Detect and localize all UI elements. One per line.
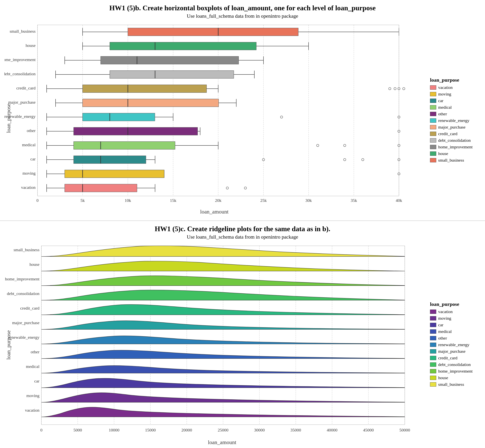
boxplot-subtitle: Use loans_full_schema data from in openi… <box>187 13 298 19</box>
rswatch-moving <box>430 316 436 320</box>
xtick-10k: 10k <box>125 198 131 203</box>
box-home_improvement <box>101 56 239 64</box>
swatch-credit_card <box>430 132 436 136</box>
ridgeline-chart-area: .axis-text { font-family: Georgia, serif… <box>4 242 481 446</box>
ylabel-major_purchase: major_purchase <box>8 100 36 105</box>
box-debt_consolidation <box>110 71 234 78</box>
ryabel-re: renewable_energy <box>8 335 39 340</box>
rswatch-renewable_energy <box>430 343 436 347</box>
ylabel-house: house <box>26 43 36 48</box>
label-renewable_energy: renewable_energy <box>438 118 469 123</box>
rswatch-other <box>430 336 436 340</box>
box-medical <box>74 142 175 149</box>
rlabel-renewable_energy: renewable_energy <box>438 342 469 347</box>
boxplot-xlabel: loan_amount <box>200 209 228 215</box>
ryabel-house: house <box>30 262 39 267</box>
label-home_improvement: home_improvement <box>438 144 473 150</box>
boxplot-legend: loan_purpose vacation moving car medical <box>426 21 481 219</box>
boxplot-plot: .axis-text { font-family: Georgia, serif… <box>4 21 426 219</box>
rlabel-debt_consolidation: debt_consolidation <box>438 362 471 367</box>
legend-item-other: other <box>430 112 479 116</box>
swatch-house <box>430 152 436 156</box>
ryabel-mp: major_purchase <box>12 320 40 325</box>
outlier-vacation-2 <box>244 187 247 189</box>
legend-item-medical: medical <box>430 105 479 110</box>
rswatch-car <box>430 323 436 327</box>
rxtick-35k: 35000 <box>290 428 301 432</box>
rxtick-20k: 20000 <box>181 428 192 432</box>
ylabel-vacation: vacation <box>21 185 36 190</box>
ylabel-medical: medical <box>22 142 36 147</box>
rxtick-25k: 25000 <box>218 428 228 432</box>
legend-item-home_improvement: home_improvement <box>430 144 479 150</box>
swatch-small_business <box>430 158 436 162</box>
rlabel-home_improvement: home_improvement <box>438 369 473 374</box>
label-other: other <box>438 112 447 116</box>
ridge-house <box>41 261 405 271</box>
ylabel-moving: moving <box>23 171 36 176</box>
swatch-medical <box>430 105 436 110</box>
xtick-25k: 25k <box>260 198 267 203</box>
rswatch-house <box>430 376 436 380</box>
ridgeline-plot: .axis-text { font-family: Georgia, serif… <box>4 242 426 446</box>
rlegend-item-medical: medical <box>430 329 479 334</box>
rswatch-small_business <box>430 382 436 387</box>
legend-item-vacation: vacation <box>430 85 479 90</box>
outlier-medical-2 <box>344 144 346 147</box>
rlabel-other: other <box>438 336 447 341</box>
outlier-cc-4 <box>403 88 405 90</box>
outlier-car-3 <box>362 159 364 161</box>
box-vacation <box>65 184 137 192</box>
xtick-20k: 20k <box>215 198 221 203</box>
rlegend-item-renewable_energy: renewable_energy <box>430 342 479 347</box>
ridgeline-svg: .axis-text { font-family: Georgia, serif… <box>4 242 413 446</box>
rlegend-item-small_business: small_business <box>430 382 479 387</box>
box-major_purchase <box>83 99 219 107</box>
xtick-30k: 30k <box>305 198 312 203</box>
outlier-re-1 <box>280 116 283 118</box>
ridgeline-subtitle: Use loans_full_schema data from in openi… <box>187 234 298 240</box>
rlabel-credit_card: credit_card <box>438 355 457 360</box>
boxplot-svg: .axis-text { font-family: Georgia, serif… <box>4 21 413 216</box>
label-credit_card: credit_card <box>438 131 457 136</box>
ylabel-home_improvement: home_improvement <box>4 57 36 62</box>
label-vacation: vacation <box>438 85 453 90</box>
label-moving: moving <box>438 92 451 97</box>
ridgeline-title: HW1 (5)c. Create ridgeline plots for the… <box>155 225 330 233</box>
rlegend-item-credit_card: credit_card <box>430 355 479 360</box>
box-car <box>74 156 146 164</box>
ylabel-car: car <box>30 157 36 161</box>
rswatch-vacation <box>430 310 436 314</box>
boxplot-legend-title: loan_purpose <box>430 77 479 83</box>
legend-item-debt_consolidation: debt_consolidation <box>430 138 479 143</box>
legend-item-car: car <box>430 98 479 103</box>
label-debt_consolidation: debt_consolidation <box>438 138 471 143</box>
ryabel-cc: credit_card <box>20 306 39 311</box>
legend-item-small_business: small_business <box>430 158 479 163</box>
outlier-cc-1 <box>389 88 391 90</box>
ryabel-sb: small_business <box>14 247 39 252</box>
rlabel-medical: medical <box>438 329 452 334</box>
ridge-small_business <box>41 246 405 256</box>
ylabel-small_business: small_business <box>10 29 36 34</box>
outlier-vacation-1 <box>226 187 228 189</box>
legend-item-house: house <box>430 151 479 156</box>
box-moving <box>65 170 164 178</box>
swatch-moving <box>430 92 436 96</box>
legend-item-credit_card: credit_card <box>430 131 479 136</box>
rlegend-item-moving: moving <box>430 316 479 321</box>
ridgeline-xlabel: loan_amount <box>208 439 236 445</box>
rxtick-45k: 45000 <box>363 428 374 432</box>
rlegend-item-car: car <box>430 322 479 328</box>
rxtick-5k: 5000 <box>73 428 82 432</box>
label-car: car <box>438 98 443 103</box>
box-credit_card <box>83 85 207 93</box>
swatch-renewable_energy <box>430 118 436 123</box>
ylabel-debt_consolidation: debt_consolidation <box>4 71 36 76</box>
rlabel-major_purchase: major_purchase <box>438 349 466 354</box>
swatch-debt_consolidation <box>430 138 436 143</box>
rlegend-item-debt_consolidation: debt_consolidation <box>430 362 479 367</box>
box-renewable_energy <box>83 113 155 121</box>
swatch-home_improvement <box>430 145 436 149</box>
xtick-5k: 5k <box>80 198 85 203</box>
